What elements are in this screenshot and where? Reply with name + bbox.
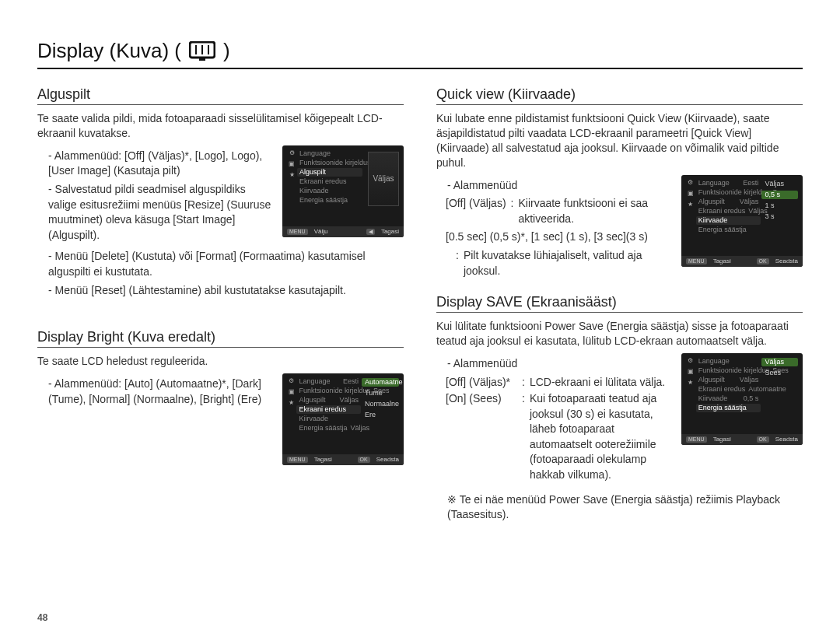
- page-number: 48: [37, 612, 47, 623]
- submenu-label: - Alammenüüd: [447, 356, 672, 372]
- section-heading-quick-view: Quick view (Kiirvaade): [436, 86, 803, 105]
- camera-lcd-save: ⚙▣★ Language Funktsioonide kirjeldusSees…: [681, 353, 803, 445]
- svg-rect-4: [199, 58, 205, 61]
- display-icon: [189, 41, 215, 61]
- lcd-preview-box: Väljas: [368, 152, 399, 206]
- list-item: - Menüü [Reset] (Lähtestamine) abil kust…: [48, 283, 404, 299]
- text: Kui lubate enne pildistamist funktsiooni…: [436, 111, 803, 170]
- note: ※ Te ei näe menüüd Power Save (Energia s…: [447, 492, 803, 522]
- text: Te saate LCD heledust reguleerida.: [37, 354, 404, 369]
- text: Kui lülitate funktsiooni Power Save (Ene…: [436, 319, 803, 349]
- def-key: [On] (Sees): [446, 391, 517, 483]
- section-heading-alguspilt: Alguspilt: [37, 86, 404, 105]
- def-key: [Off] (Väljas)*: [446, 375, 517, 391]
- page-title-close: ): [223, 39, 230, 63]
- camera-lcd-bright: ⚙▣★ LanguageEesti Funktsioonide kirjeldu…: [282, 373, 404, 465]
- submenu-label: - Alammenüüd: [447, 178, 672, 194]
- section-heading-display-bright: Display Bright (Kuva eredalt): [37, 329, 404, 348]
- camera-lcd-alguspilt: ⚙▣★ Language Funktsioonide kirjeldus Alg…: [282, 145, 404, 237]
- def-val: Kiirvaate funktsiooni ei saa aktiveerida…: [518, 196, 672, 226]
- def-val: LCD-ekraani ei lülitata välja.: [530, 375, 672, 391]
- def-val: Kui fotoaparaati teatud aja jooksul (30 …: [530, 391, 672, 483]
- page-title-text: Display (Kuva) (: [37, 39, 181, 63]
- page-title: Display (Kuva) ( ): [37, 39, 803, 69]
- list-item: - Alammenüüd: [Auto] (Automaatne)*, [Dar…: [48, 377, 273, 407]
- def-key: [0.5 sec] (0,5 s)*, [1 sec] (1 s), [3 se…: [446, 229, 672, 245]
- text: Te saate valida pildi, mida fotoaparaadi…: [37, 111, 404, 141]
- list-item: - Alammenüüd: [Off] (Väljas)*, [Logo], L…: [48, 149, 273, 179]
- camera-lcd-quickview: ⚙▣★ LanguageEesti Funktsioonide kirjeldu…: [681, 175, 803, 267]
- list-item: - Menüü [Delete] (Kustuta) või [Format] …: [48, 249, 404, 279]
- def-key: [Off] (Väljas): [446, 196, 506, 226]
- list-item: - Salvestatud pildi seadmisel alguspildi…: [48, 182, 273, 243]
- def-val: Pilt kuvatakse lühiajaliselt, valitud aj…: [464, 248, 672, 278]
- section-heading-display-save: Display SAVE (Ekraanisääst): [436, 294, 803, 313]
